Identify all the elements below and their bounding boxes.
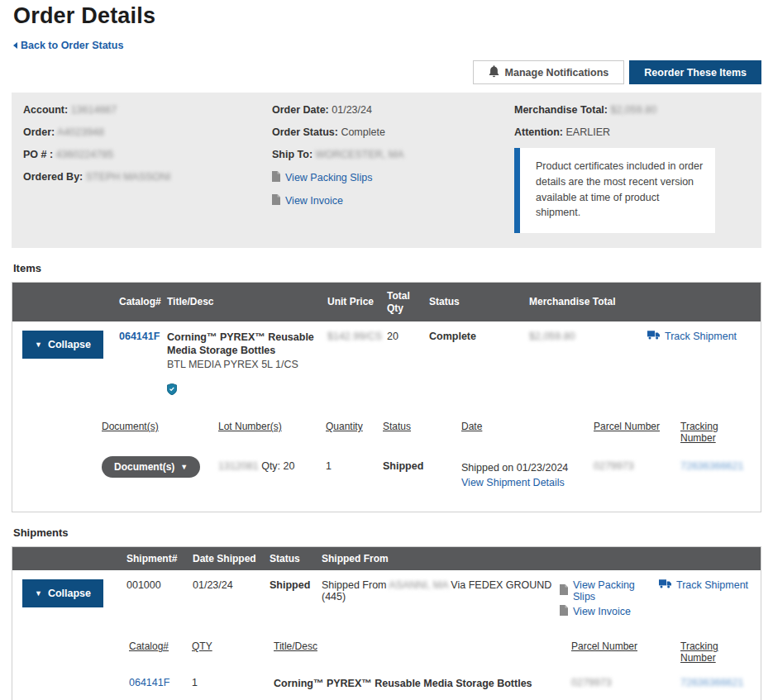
items-collapse-button[interactable]: ▼ Collapse xyxy=(22,331,103,359)
chevron-down-icon: ▼ xyxy=(35,341,42,349)
po-label: PO # : xyxy=(23,149,53,160)
ship-detail-tracking: 72636366621 xyxy=(680,677,743,688)
ship-detail-header-parcel: Parcel Number xyxy=(571,640,680,664)
shipment-view-packing-slips-link[interactable]: View Packing Slips xyxy=(573,579,659,602)
order-info-panel: Account: 13614667 Order: A4023948 PO # :… xyxy=(12,93,761,248)
detail-header-date: Date xyxy=(461,421,594,444)
shipment-number: 001000 xyxy=(126,579,193,591)
chevron-down-icon: ▼ xyxy=(180,464,188,471)
order-date-label: Order Date: xyxy=(272,104,329,116)
account-value: 13614667 xyxy=(71,104,117,116)
page-title: Order Details xyxy=(13,3,761,29)
items-detail-headers: Document(s) Lot Number(s) Quantity Statu… xyxy=(102,421,751,444)
items-section-title: Items xyxy=(13,262,761,274)
items-header-merch-total: Merchandise Total xyxy=(529,296,647,308)
items-table: Catalog# Title/Desc Unit Price Total Qty… xyxy=(12,282,761,512)
shipments-detail-headers: Catalog# QTY Title/Desc Parcel Number Tr… xyxy=(129,640,751,664)
shipment-view-invoice-link[interactable]: View Invoice xyxy=(573,606,631,617)
po-value: 4360224785 xyxy=(56,149,114,160)
merchandise-total-label: Merchandise Total: xyxy=(514,104,608,116)
document-icon xyxy=(272,193,280,208)
ship-header-shipment: Shipment# xyxy=(126,553,193,565)
detail-header-parcel: Parcel Number xyxy=(594,421,680,444)
shield-badge-icon xyxy=(167,383,177,398)
reorder-these-items-button[interactable]: Reorder These Items xyxy=(629,60,761,84)
document-icon xyxy=(272,170,280,185)
shipments-collapse-button[interactable]: ▼ Collapse xyxy=(22,579,103,607)
items-header-catalog: Catalog# xyxy=(119,296,167,308)
shipments-table-header: Shipment# Date Shipped Status Shipped Fr… xyxy=(12,547,761,570)
order-date-value: 01/23/24 xyxy=(332,104,372,116)
item-unit-price: $142.99/CS xyxy=(327,331,382,342)
ship-header-status: Status xyxy=(270,553,322,565)
item-track-shipment-link[interactable]: Track Shipment xyxy=(665,331,737,342)
view-invoice-link[interactable]: View Invoice xyxy=(285,195,343,207)
ship-detail-header-catalog: Catalog# xyxy=(129,640,192,664)
item-desc: BTL MEDIA PYREX 5L 1/CS xyxy=(167,358,316,373)
order-label: Order: xyxy=(23,126,55,138)
back-to-order-status-link-top[interactable]: Back to Order Status xyxy=(13,40,123,51)
document-icon xyxy=(560,605,568,618)
header-actions: Manage Notifications Reorder These Items xyxy=(12,60,761,84)
item-merch-total: $2,059.80 xyxy=(529,331,575,342)
shipment-track-shipment-link[interactable]: Track Shipment xyxy=(676,579,748,591)
view-packing-slips-link[interactable]: View Packing Slips xyxy=(285,172,372,183)
item-catalog-link[interactable]: 064141F xyxy=(119,331,160,342)
lot-number-value: 1312081 xyxy=(218,460,259,472)
shipments-table: Shipment# Date Shipped Status Shipped Fr… xyxy=(12,546,761,700)
ship-to-value: WORCESTER, MA xyxy=(316,149,404,160)
detail-header-status: Status xyxy=(383,421,461,444)
bell-icon xyxy=(489,65,499,80)
ship-detail-header-tracking: Tracking Number xyxy=(680,640,751,664)
order-info-col-3: Merchandise Total: $2,059.80 Attention: … xyxy=(514,103,750,233)
ship-detail-title: Corning™ PYREX™ Reusable Media Storage B… xyxy=(274,677,571,690)
items-header-unit-price: Unit Price xyxy=(327,296,387,308)
order-info-col-1: Account: 13614667 Order: A4023948 PO # :… xyxy=(23,103,272,233)
account-label: Account: xyxy=(23,104,68,116)
detail-parcel-value: 0279973 xyxy=(594,460,634,472)
item-title: Corning™ PYREX™ Reusable Media Storage B… xyxy=(167,331,316,358)
items-table-row: ▼ Collapse 064141F Corning™ PYREX™ Reusa… xyxy=(12,321,761,402)
manage-notifications-button[interactable]: Manage Notifications xyxy=(473,60,625,84)
ship-header-date-shipped: Date Shipped xyxy=(193,553,270,565)
shipments-detail-section: Catalog# QTY Title/Desc Parcel Number Tr… xyxy=(12,626,761,700)
certificate-notice: Product certificates included in order d… xyxy=(514,148,715,233)
detail-date-text: Shipped on 01/23/2024 xyxy=(461,460,594,475)
detail-header-documents: Document(s) xyxy=(102,421,218,444)
shipment-status: Shipped xyxy=(270,579,322,591)
ship-detail-parcel: 0279973 xyxy=(571,677,612,688)
documents-dropdown-button[interactable]: Document(s) ▼ xyxy=(102,456,200,478)
shipped-from-location: ASANNI, MA xyxy=(389,579,448,591)
detail-header-quantity: Quantity xyxy=(326,421,383,444)
ship-detail-header-qty: QTY xyxy=(192,640,274,664)
shipments-table-row: ▼ Collapse 001000 01/23/24 Shipped Shipp… xyxy=(12,570,761,626)
detail-quantity-value: 1 xyxy=(326,456,383,472)
merchandise-total-value: $2,059.80 xyxy=(610,104,656,116)
attention-label: Attention: xyxy=(514,126,563,138)
item-status: Complete xyxy=(429,331,529,342)
chevron-down-icon: ▼ xyxy=(35,590,42,598)
view-shipment-details-link[interactable]: View Shipment Details xyxy=(461,477,565,488)
document-icon xyxy=(560,584,568,598)
ship-detail-catalog-link[interactable]: 064141F xyxy=(129,677,169,688)
items-header-total-qty: Total Qty xyxy=(387,290,429,315)
ship-to-label: Ship To: xyxy=(272,149,313,160)
order-info-col-2: Order Date: 01/23/24 Order Status: Compl… xyxy=(272,103,514,233)
truck-icon xyxy=(647,331,660,342)
shipment-date-shipped: 01/23/24 xyxy=(193,579,270,591)
order-status-label: Order Status: xyxy=(272,126,338,138)
detail-status-value: Shipped xyxy=(383,456,461,472)
ship-header-shipped-from: Shipped From xyxy=(322,553,560,565)
shipment-shipped-from: Shipped From ASANNI, MA Via FEDEX GROUND… xyxy=(322,579,560,602)
item-total-qty: 20 xyxy=(387,331,429,342)
ship-detail-qty: 1 xyxy=(192,677,274,688)
detail-tracking-value: 72636366621 xyxy=(680,460,743,472)
items-table-header: Catalog# Title/Desc Unit Price Total Qty… xyxy=(12,283,761,321)
ordered-by-label: Ordered By: xyxy=(23,171,83,183)
items-detail-row: Document(s) ▼ 1312081 Qty: 20 1 Shipped … xyxy=(102,456,751,490)
order-status-value: Complete xyxy=(341,126,385,138)
attention-value: EARLIER xyxy=(566,126,611,138)
order-details-page: Order Details Back to Order Status Manag… xyxy=(0,0,773,700)
shipments-section-title: Shipments xyxy=(13,526,761,539)
order-value: A4023948 xyxy=(57,126,104,138)
